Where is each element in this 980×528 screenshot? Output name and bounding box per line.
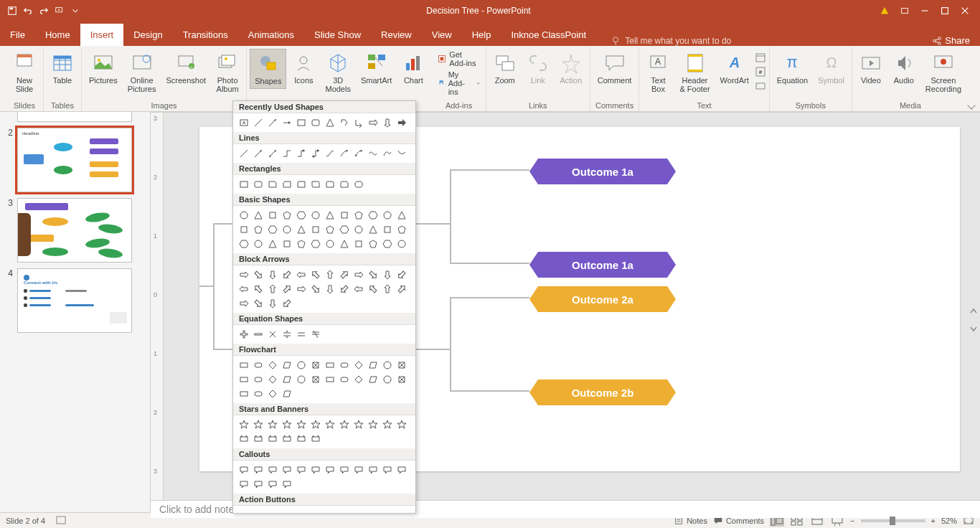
- shape-option[interactable]: [266, 463, 279, 476]
- shape-option[interactable]: [338, 178, 351, 191]
- shape-option[interactable]: [338, 268, 351, 281]
- audio-button[interactable]: Audio: [888, 49, 920, 88]
- collapse-ribbon-icon[interactable]: [967, 101, 975, 109]
- shape-option[interactable]: [395, 359, 408, 372]
- tab-design[interactable]: Design: [123, 24, 172, 46]
- shape-option[interactable]: [266, 373, 279, 386]
- shape-option[interactable]: [281, 297, 293, 310]
- shape-option[interactable]: [266, 387, 279, 400]
- shape-option[interactable]: [266, 178, 279, 191]
- shape-option[interactable]: [395, 223, 408, 236]
- shape-option[interactable]: [252, 283, 265, 296]
- shape-option[interactable]: A: [237, 116, 250, 129]
- shape-option[interactable]: [395, 418, 408, 431]
- shape-option[interactable]: [338, 237, 351, 250]
- shape-option[interactable]: [266, 433, 279, 446]
- shape-option[interactable]: [252, 433, 265, 446]
- shape-option[interactable]: [309, 463, 322, 476]
- tab-help[interactable]: Help: [462, 24, 501, 46]
- thumbnail-slide-2[interactable]: 2 Headline: [0, 125, 150, 195]
- shape-option[interactable]: [237, 373, 250, 386]
- shape-option[interactable]: [237, 268, 250, 281]
- tab-slideshow[interactable]: Slide Show: [304, 24, 371, 46]
- shape-option[interactable]: [237, 387, 250, 400]
- shape-option[interactable]: [237, 209, 250, 222]
- icons-button[interactable]: Icons: [288, 49, 319, 88]
- slide-thumbnails-panel[interactable]: 2 Headline 3: [0, 112, 151, 512]
- thumbnail-slide-3[interactable]: 3: [0, 195, 150, 265]
- shape-option[interactable]: [295, 147, 308, 160]
- shape-option[interactable]: [324, 283, 336, 296]
- smartart-button[interactable]: SmartArt: [357, 49, 396, 88]
- shape-option[interactable]: [381, 463, 394, 476]
- shape-option[interactable]: [281, 373, 293, 386]
- outcome-2b-shape[interactable]: Outcome 2b: [538, 380, 667, 405]
- zoom-slider[interactable]: [861, 519, 925, 522]
- shape-option[interactable]: [281, 283, 293, 296]
- shape-option[interactable]: [237, 178, 250, 191]
- spell-check-icon[interactable]: [55, 514, 67, 527]
- shape-option[interactable]: [237, 147, 250, 160]
- shape-option[interactable]: [324, 237, 336, 250]
- shape-option[interactable]: [367, 147, 380, 160]
- shape-option[interactable]: [338, 147, 351, 160]
- shape-option[interactable]: [324, 116, 336, 129]
- shapes-dropdown[interactable]: Recently Used Shapes A Lines Rectangles …: [232, 100, 416, 514]
- shape-option[interactable]: [381, 418, 394, 431]
- tab-home[interactable]: Home: [35, 24, 80, 46]
- zoom-button[interactable]: Zoom: [489, 49, 521, 88]
- shape-option[interactable]: [252, 418, 265, 431]
- thumbnail-slide-4[interactable]: 4 Connect with Us: [0, 265, 150, 336]
- shape-option[interactable]: [309, 268, 322, 281]
- shape-option[interactable]: [381, 268, 394, 281]
- shape-option[interactable]: [237, 359, 250, 372]
- symbol-button[interactable]: ΩSymbol: [814, 49, 849, 88]
- shape-option[interactable]: [252, 268, 265, 281]
- shape-option[interactable]: [309, 147, 322, 160]
- shape-option[interactable]: [352, 373, 365, 386]
- shape-option[interactable]: [367, 418, 380, 431]
- shape-option[interactable]: [381, 237, 394, 250]
- chart-button[interactable]: Chart: [397, 49, 429, 88]
- shape-option[interactable]: [252, 359, 265, 372]
- shape-option[interactable]: [266, 478, 279, 491]
- shape-option[interactable]: [367, 223, 380, 236]
- shape-option[interactable]: [252, 478, 265, 491]
- shape-option[interactable]: [309, 359, 322, 372]
- shape-option[interactable]: [266, 223, 279, 236]
- shape-option[interactable]: [367, 283, 380, 296]
- shape-option[interactable]: [252, 237, 265, 250]
- undo-icon[interactable]: [23, 6, 33, 16]
- shape-option[interactable]: [252, 373, 265, 386]
- shape-option[interactable]: [324, 268, 336, 281]
- maximize-icon[interactable]: [940, 6, 950, 16]
- slide-count[interactable]: Slide 2 of 4: [6, 517, 45, 525]
- shape-option[interactable]: [309, 178, 322, 191]
- equation-button[interactable]: πEquation: [773, 49, 812, 88]
- shape-option[interactable]: [266, 268, 279, 281]
- shape-option[interactable]: [252, 116, 265, 129]
- shape-option[interactable]: [281, 209, 293, 222]
- shape-option[interactable]: [367, 359, 380, 372]
- shape-option[interactable]: [237, 237, 250, 250]
- shape-option[interactable]: [352, 283, 365, 296]
- shape-option[interactable]: [367, 463, 380, 476]
- tab-file[interactable]: File: [0, 24, 35, 46]
- shape-option[interactable]: [237, 463, 250, 476]
- shape-option[interactable]: [281, 328, 293, 341]
- shape-option[interactable]: [295, 433, 308, 446]
- shape-option[interactable]: [367, 268, 380, 281]
- shape-option[interactable]: [324, 223, 336, 236]
- tab-review[interactable]: Review: [371, 24, 422, 46]
- shape-option[interactable]: [352, 359, 365, 372]
- shape-option[interactable]: [252, 178, 265, 191]
- table-button[interactable]: Table: [47, 49, 78, 88]
- shape-option[interactable]: [252, 297, 265, 310]
- 3d-models-button[interactable]: 3D Models: [321, 49, 354, 96]
- redo-icon[interactable]: [39, 6, 49, 16]
- shape-option[interactable]: [281, 433, 293, 446]
- shape-option[interactable]: [237, 297, 250, 310]
- shape-option[interactable]: [381, 373, 394, 386]
- shape-option[interactable]: [309, 418, 322, 431]
- share-button[interactable]: Share: [932, 35, 970, 46]
